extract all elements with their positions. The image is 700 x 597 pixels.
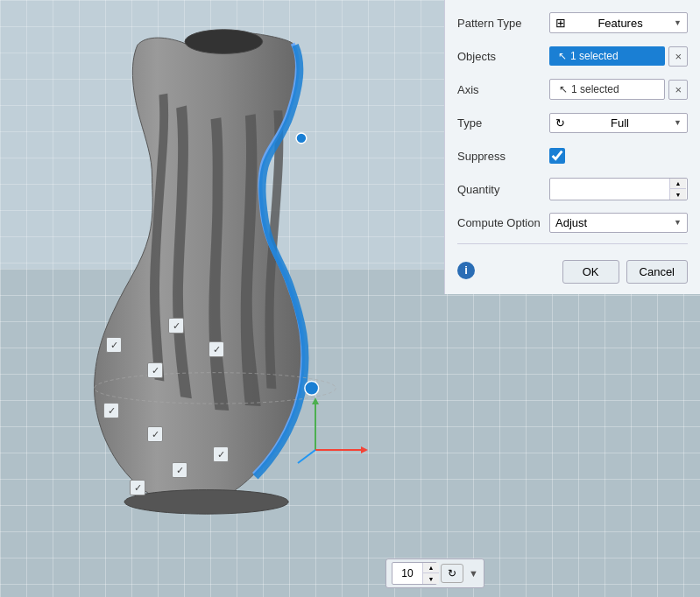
type-label: Type — [457, 116, 549, 130]
checkmark-1: ✓ — [106, 337, 122, 353]
compute-option-value: Adjust — [555, 216, 587, 229]
compute-option-label: Compute Option — [457, 216, 549, 229]
pattern-type-row: Pattern Type ⊞ Features ▼ — [457, 11, 688, 35]
toolbar-qty-up[interactable]: ▲ — [423, 563, 439, 573]
compute-option-control[interactable]: Adjust ▼ — [549, 213, 688, 233]
objects-label: Objects — [457, 50, 549, 63]
properties-panel: Pattern Type ⊞ Features ▼ Objects ↖ 1 se… — [444, 0, 700, 294]
suppress-label: Suppress — [457, 150, 549, 163]
compute-option-row: Compute Option Adjust ▼ — [457, 210, 688, 235]
objects-control[interactable]: ↖ 1 selected × — [549, 46, 688, 67]
suppress-checkbox[interactable] — [549, 148, 565, 164]
suppress-control[interactable] — [549, 148, 688, 164]
cursor-icon: ↖ — [558, 50, 567, 62]
pattern-type-label: Pattern Type — [457, 17, 549, 30]
svg-point-6 — [296, 133, 307, 144]
type-control[interactable]: ↻ Full ▼ — [549, 113, 688, 133]
type-arrow-icon: ▼ — [674, 118, 682, 127]
toolbar-quantity-wrap[interactable]: 10 ▲ ▼ — [392, 562, 437, 585]
cancel-button[interactable]: Cancel — [626, 260, 688, 284]
checkmark-5: ✓ — [103, 403, 119, 418]
checkmark-8: ✓ — [172, 462, 187, 478]
axis-label: Axis — [457, 83, 549, 96]
axis-row: Axis ↖ 1 selected × — [457, 77, 688, 102]
quantity-down-button[interactable]: ▼ — [670, 189, 686, 200]
pattern-type-control[interactable]: ⊞ Features ▼ — [549, 12, 688, 33]
toolbar-quantity-spinners[interactable]: ▲ ▼ — [422, 563, 439, 584]
checkmark-3: ✓ — [209, 341, 224, 357]
compute-option-arrow-icon: ▼ — [674, 218, 682, 227]
quantity-control[interactable]: 10 ▲ ▼ — [549, 178, 688, 200]
objects-clear-button[interactable]: × — [668, 46, 688, 67]
svg-point-7 — [305, 382, 319, 396]
suppress-row: Suppress — [457, 144, 688, 168]
quantity-up-button[interactable]: ▲ — [670, 179, 686, 189]
compute-option-dropdown[interactable]: Adjust ▼ — [549, 213, 688, 233]
svg-point-5 — [185, 30, 263, 54]
checkmark-9: ✓ — [130, 480, 145, 495]
axis-control[interactable]: ↖ 1 selected × — [549, 79, 688, 100]
pattern-type-arrow-icon: ▼ — [674, 18, 682, 27]
axis-clear-button[interactable]: × — [668, 80, 688, 100]
checkmark-4: ✓ — [147, 362, 163, 378]
type-icon: ↻ — [555, 116, 565, 130]
bottom-toolbar[interactable]: 10 ▲ ▼ ↻ ▼ — [385, 558, 484, 588]
objects-row: Objects ↖ 1 selected × — [457, 44, 688, 68]
pattern-type-value: Features — [597, 17, 642, 30]
vase-3d — [44, 18, 438, 578]
quantity-input-wrap[interactable]: 10 ▲ ▼ — [549, 178, 688, 200]
type-row: Type ↻ Full ▼ — [457, 110, 688, 135]
panel-divider — [457, 243, 688, 244]
pattern-type-icon: ⊞ — [555, 16, 566, 30]
svg-point-9 — [124, 490, 288, 515]
quantity-input[interactable]: 10 — [550, 180, 669, 199]
type-value: Full — [611, 116, 629, 130]
checkmark-2: ✓ — [168, 318, 184, 334]
axis-selected-value: 1 selected — [571, 83, 619, 95]
quantity-row: Quantity 10 ▲ ▼ — [457, 177, 688, 201]
info-button[interactable]: i — [457, 262, 475, 279]
axis-cursor-icon: ↖ — [559, 83, 568, 95]
quantity-spinners[interactable]: ▲ ▼ — [669, 179, 686, 200]
bottom-buttons-row: i OK Cancel — [457, 256, 688, 284]
pattern-type-dropdown[interactable]: ⊞ Features ▼ — [549, 12, 688, 33]
toolbar-quantity-input[interactable]: 10 — [392, 565, 422, 581]
checkmark-7: ✓ — [213, 446, 229, 462]
toolbar-qty-down[interactable]: ▼ — [423, 573, 439, 584]
objects-selected-button[interactable]: ↖ 1 selected — [549, 46, 665, 66]
checkmark-6: ✓ — [147, 426, 163, 442]
objects-selected-value: 1 selected — [570, 50, 619, 62]
type-dropdown[interactable]: ↻ Full ▼ — [549, 113, 688, 133]
ok-button[interactable]: OK — [562, 260, 619, 284]
axis-selected-button[interactable]: ↖ 1 selected — [549, 79, 665, 100]
toolbar-rotate-button[interactable]: ↻ — [441, 564, 463, 583]
action-buttons: OK Cancel — [562, 260, 688, 284]
quantity-label: Quantity — [457, 183, 549, 196]
